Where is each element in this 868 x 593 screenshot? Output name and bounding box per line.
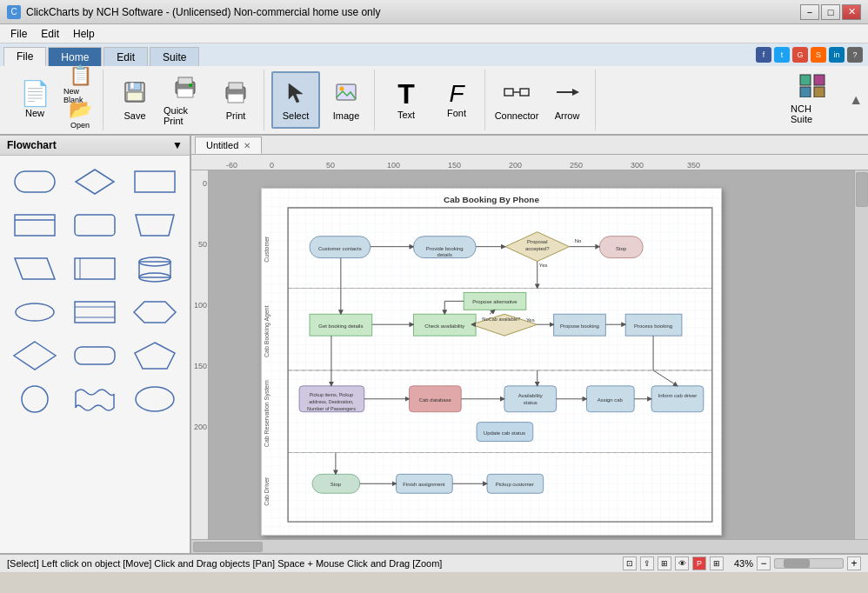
svg-rect-12 <box>337 84 356 100</box>
svg-text:address, Destination,: address, Destination, <box>309 399 354 404</box>
stumble-icon[interactable]: S <box>811 47 826 63</box>
grid-icon[interactable]: ⊞ <box>710 556 724 570</box>
print-button[interactable]: Print <box>211 71 260 129</box>
svg-text:Propose booking: Propose booking <box>560 323 599 329</box>
shape-rounded-rect[interactable] <box>7 163 62 201</box>
new-button[interactable]: 📄 New <box>10 71 59 129</box>
title-bar-controls[interactable]: − □ ✕ <box>800 4 861 20</box>
select-button[interactable]: Select <box>271 71 320 129</box>
ribbon: 📄 New 📋 New Blank 📂 Open Sav <box>0 66 868 136</box>
image-button[interactable]: Image <box>322 71 371 129</box>
ribbon-group-select: Select Image <box>268 70 375 130</box>
svg-text:Cab Booking Agent: Cab Booking Agent <box>264 305 270 357</box>
close-button[interactable]: ✕ <box>842 4 861 20</box>
tab-close-icon[interactable]: ✕ <box>244 141 250 150</box>
ruler-mark: 300 <box>631 161 644 170</box>
canvas-row: 0 50 100 150 200 <box>191 170 868 539</box>
shape-cylinder[interactable] <box>128 250 183 288</box>
svg-rect-110 <box>651 386 704 412</box>
shape-rounded-rect-2[interactable] <box>67 206 122 244</box>
export-icon[interactable]: ⇪ <box>640 556 654 570</box>
text-button[interactable]: T Text <box>382 71 431 129</box>
svg-rect-28 <box>75 215 115 236</box>
facebook-icon[interactable]: f <box>756 47 771 63</box>
shape-diamond[interactable] <box>67 163 122 201</box>
shape-oval[interactable] <box>128 380 183 418</box>
canvas[interactable]: Cab Booking By Phone Customer <box>209 170 868 539</box>
shape-rect[interactable] <box>128 163 183 201</box>
lock-icon[interactable]: ⊞ <box>658 556 671 570</box>
menu-help[interactable]: Help <box>66 26 102 42</box>
shape-rounded-rect-3[interactable] <box>67 336 122 375</box>
shape-diamond-2[interactable] <box>7 336 62 375</box>
shape-oval-flat[interactable] <box>7 293 62 331</box>
arrow-button[interactable]: Arrow <box>543 71 591 129</box>
panel-dropdown-icon[interactable]: ▼ <box>172 139 183 151</box>
shape-circle[interactable] <box>7 380 62 418</box>
menu-edit[interactable]: Edit <box>34 26 66 42</box>
zoom-label: 43% <box>727 558 753 569</box>
minimize-button[interactable]: − <box>800 4 819 20</box>
nch-suite-button[interactable]: NCH Suite <box>788 70 837 127</box>
pin-icon[interactable]: P <box>692 556 706 570</box>
shape-pentagon[interactable] <box>128 336 183 375</box>
connector-button[interactable]: Connector <box>492 71 541 129</box>
tab-suite[interactable]: Suite <box>150 47 199 66</box>
svg-text:Yes: Yes <box>539 263 548 268</box>
help-icon[interactable]: ? <box>847 47 863 63</box>
linkedin-icon[interactable]: in <box>829 47 845 63</box>
canvas-tab-untitled[interactable]: Untitled ✕ <box>195 137 262 154</box>
save-buttons: Save Quick Print Print <box>110 70 260 130</box>
tab-edit[interactable]: Edit <box>103 47 148 66</box>
shape-parallelogram[interactable] <box>7 250 62 288</box>
eye-icon[interactable]: 👁 <box>675 556 689 570</box>
shape-rect-plain[interactable] <box>7 206 62 244</box>
zoom-out-button[interactable]: − <box>757 556 771 570</box>
canvas-wrapper[interactable]: -60 0 50 100 150 200 250 300 350 0 <box>191 155 868 553</box>
save-button[interactable]: Save <box>110 71 159 129</box>
ruler-mark: 150 <box>448 161 461 170</box>
v-ruler-mark: 200 <box>191 423 207 431</box>
frame-icon[interactable]: ⊡ <box>623 556 637 570</box>
zoom-slider[interactable] <box>774 558 844 569</box>
menu-file[interactable]: File <box>3 26 34 42</box>
font-button[interactable]: F Font <box>432 71 481 129</box>
shapes-grid <box>0 156 190 425</box>
ribbon-expand-button[interactable]: ▲ <box>849 92 863 108</box>
text-icon: T <box>397 80 415 108</box>
content-area: Flowchart ▼ <box>0 136 868 553</box>
zoom-slider-thumb[interactable] <box>784 559 810 568</box>
svg-text:Stop: Stop <box>616 246 627 251</box>
svg-text:Pickup items, Pickup: Pickup items, Pickup <box>310 392 353 397</box>
new-icon: 📄 <box>20 82 50 106</box>
zoom-in-button[interactable]: + <box>847 556 861 570</box>
canvas-with-ruler: -60 0 50 100 150 200 250 300 350 0 <box>191 155 868 553</box>
svg-text:Pickup customer: Pickup customer <box>496 482 534 487</box>
shape-rect-3[interactable] <box>67 250 122 288</box>
h-scroll-thumb[interactable] <box>193 542 263 552</box>
shape-wave[interactable] <box>67 380 122 418</box>
svg-text:Inform cab driver: Inform cab driver <box>658 393 698 398</box>
new-blank-button[interactable]: 📋 New Blank <box>61 71 99 99</box>
left-panel-header: Flowchart ▼ <box>0 136 190 156</box>
select-icon <box>284 80 308 109</box>
svg-rect-5 <box>178 77 192 84</box>
shape-hexagon[interactable] <box>128 293 183 331</box>
v-scrollbar[interactable] <box>854 170 868 539</box>
maximize-button[interactable]: □ <box>821 4 840 20</box>
v-scroll-thumb[interactable] <box>856 172 868 207</box>
svg-text:Cab Reservation System: Cab Reservation System <box>264 380 270 447</box>
open-button[interactable]: 📂 Open <box>61 101 99 129</box>
new-blank-icon: 📋 <box>69 66 92 85</box>
shape-rect-4[interactable] <box>67 293 122 331</box>
h-scrollbar[interactable] <box>191 539 868 553</box>
svg-marker-40 <box>134 302 176 323</box>
svg-rect-14 <box>504 89 513 96</box>
quick-print-button[interactable]: Quick Print <box>161 71 210 129</box>
shape-trapezoid[interactable] <box>128 206 183 244</box>
tab-file[interactable]: File <box>3 47 46 66</box>
google-icon[interactable]: G <box>792 47 808 63</box>
ruler-mark: 0 <box>270 161 274 170</box>
twitter-icon[interactable]: t <box>774 47 790 63</box>
tab-home[interactable]: Home <box>48 47 102 66</box>
